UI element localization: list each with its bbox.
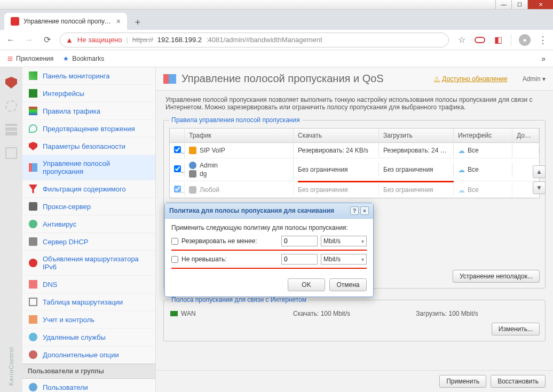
sidebar-item-dashboard[interactable]: Панель мониторинга [22, 67, 155, 85]
window-maximize[interactable]: ☐ [511, 0, 527, 9]
sidebar-item-dhcp[interactable]: Сервер DHCP [22, 233, 155, 251]
restore-button[interactable]: Восстановить [491, 375, 546, 388]
col-download[interactable]: Скачать [294, 129, 379, 142]
limit-checkbox[interactable] [171, 256, 178, 263]
security-icon [29, 142, 37, 150]
col-interface[interactable]: Интерфейс [454, 129, 512, 142]
reserve-checkbox[interactable] [171, 238, 178, 245]
sidebar-item-users[interactable]: Пользователи [22, 379, 155, 392]
sidebar-item-label: Удаленные службы [43, 333, 106, 341]
sidebar-item-label: Правила трафика [43, 107, 100, 115]
reserve-value-input[interactable] [281, 236, 318, 246]
sidebar-item-dns[interactable]: DNS [22, 276, 155, 293]
limit-value-input[interactable] [281, 254, 318, 265]
forward-button[interactable]: → [23, 35, 34, 45]
col-upload[interactable]: Загрузить [379, 129, 454, 142]
bookmarks-overflow[interactable]: » [541, 54, 546, 63]
table-row[interactable]: SIP VoIP Резервировать: 24 KB/s Резервир… [170, 143, 539, 158]
col-traffic[interactable]: Трафик [185, 129, 294, 142]
traffic-rules-icon [29, 107, 37, 115]
move-down-button[interactable]: ▼ [533, 181, 546, 194]
rail-shield-icon[interactable] [5, 77, 17, 89]
tab-favicon [11, 17, 19, 26]
dialog-titlebar[interactable]: Политика для полосы пропускания для скач… [165, 203, 373, 219]
window-minimize[interactable]: — [495, 0, 511, 9]
rail-stats-icon[interactable] [5, 124, 17, 135]
sidebar-item-proxy[interactable]: Прокси-сервер [22, 198, 155, 215]
row-download: Резервировать: 24 KB/s [294, 143, 379, 157]
troubleshoot-button[interactable]: Устранение неполадок... [453, 270, 540, 283]
browser-menu[interactable]: ⋮ [538, 34, 548, 46]
bookmark-icon[interactable]: ☆ [456, 35, 467, 45]
back-button[interactable]: ← [5, 35, 16, 45]
cloud-icon: ☁ [458, 147, 465, 155]
apps-label: Приложения [16, 55, 53, 62]
page-description: Управление полосой пропускания позволяет… [163, 96, 546, 111]
limit-unit-select[interactable]: Mbit/s▾ [321, 254, 367, 265]
page-footer: Применить Восстановить [156, 370, 553, 392]
col-permit[interactable]: Допус [512, 129, 539, 142]
extension-cloud-icon[interactable] [475, 37, 485, 43]
reserve-unit-select[interactable]: Mbit/s▾ [321, 236, 367, 246]
table-row[interactable]: Admin dg Без ограничения Без ограничения… [170, 158, 539, 181]
dialog-cancel-button[interactable]: Отмена [329, 278, 367, 291]
row-enable-checkbox[interactable] [174, 165, 181, 172]
sidebar-item-ipv6[interactable]: Объявления маршрутизатора IPv6 [22, 251, 155, 276]
bookmark-item[interactable]: ★ Bookmarks [63, 55, 104, 62]
page-title: Управление полосой пропускания и QoS [181, 73, 429, 85]
browser-tab[interactable]: Управление полосой пропуска × [4, 13, 127, 30]
sidebar-item-accounting[interactable]: Учет и контроль [22, 311, 155, 329]
sidebar-item-advanced[interactable]: Дополнительные опции [22, 346, 155, 364]
apply-button[interactable]: Применить [439, 375, 486, 388]
sidebar-item-label: Пользователи [43, 383, 88, 391]
rail-gear-icon[interactable] [5, 100, 17, 112]
internet-fieldset: Полоса пропускания для связи с Интернето… [163, 296, 546, 341]
sidebar-item-routing[interactable]: Таблица маршрутизации [22, 293, 155, 311]
sidebar-item-label: Дополнительные опции [43, 351, 119, 359]
row-download: Без ограничения [294, 183, 379, 197]
change-button[interactable]: Изменить... [492, 323, 540, 335]
reload-button[interactable]: ⟳ [42, 35, 52, 45]
sidebar-item-bandwidth[interactable]: Управление полосой пропускания [22, 155, 155, 180]
sidebar-item-security[interactable]: Параметры безопасности [22, 138, 155, 155]
sidebar-item-ips[interactable]: Предотвращение вторжения [22, 120, 155, 138]
rules-legend: Правила управления полосой пропускания [169, 116, 302, 124]
row-reorder-controls: ▲ ▼ [533, 165, 546, 194]
row-enable-checkbox[interactable] [174, 146, 181, 153]
wan-label: WAN [181, 310, 196, 317]
url-host: 192.168.199.2 [157, 36, 202, 44]
ipv6-icon [29, 259, 37, 267]
row-name: Admin [200, 162, 218, 169]
sidebar-item-traffic-rules[interactable]: Правила трафика [22, 102, 155, 120]
table-row[interactable]: Любой Без ограничения Без ограничения ☁В… [170, 182, 539, 198]
admin-menu[interactable]: Admin ▾ [523, 75, 546, 83]
sidebar-group-users: Пользователи и группы [22, 364, 155, 379]
routing-icon [29, 298, 37, 306]
internet-row: WAN Скачать: 100 Mbit/s Загрузить: 100 M… [169, 308, 540, 319]
address-bar[interactable]: ▲ Не защищено | https://192.168.199.2:40… [60, 33, 449, 47]
dhcp-icon [29, 237, 37, 246]
tab-close-icon[interactable]: × [116, 17, 121, 26]
row-upload: Без ограничения [379, 183, 454, 197]
extension-square-icon[interactable]: ◧ [493, 35, 503, 45]
sidebar-item-interfaces[interactable]: Интерфейсы [22, 85, 155, 102]
apps-button[interactable]: ⊞ Приложения [7, 55, 53, 62]
dialog-ok-button[interactable]: OK [288, 278, 325, 291]
rules-grid: Трафик Скачать Загрузить Интерфейс Допус… [169, 128, 540, 198]
move-up-button[interactable]: ▲ [533, 165, 546, 178]
os-titlebar: — ☐ ✕ [0, 0, 553, 10]
sidebar-item-remote[interactable]: Удаленные службы [22, 329, 155, 346]
sidebar-item-label: Сервер DHCP [43, 238, 89, 246]
update-available-link[interactable]: Доступно обновление [434, 75, 507, 83]
row-enable-checkbox[interactable] [174, 186, 181, 193]
dialog-close-button[interactable]: × [360, 206, 369, 215]
sidebar-item-antivirus[interactable]: Антивирус [22, 215, 155, 233]
dialog-help-button[interactable]: ? [350, 206, 359, 215]
profile-avatar[interactable]: ● [519, 34, 531, 46]
window-close[interactable]: ✕ [527, 0, 553, 9]
brand-label: KerioControl [8, 347, 14, 386]
sidebar-item-content-filter[interactable]: Фильтрация содержимого [22, 180, 155, 198]
rail-log-icon[interactable] [5, 147, 17, 159]
row-name: Любой [200, 186, 219, 194]
new-tab-button[interactable]: + [130, 15, 145, 30]
